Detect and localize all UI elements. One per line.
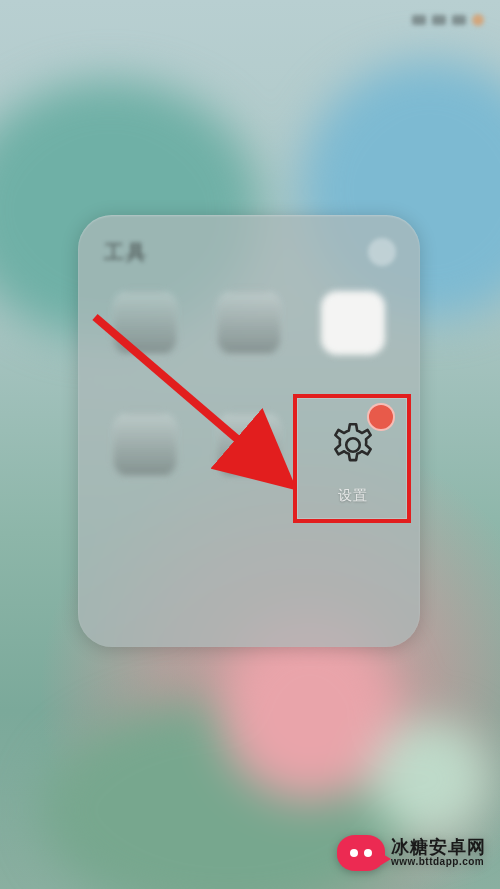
app-icon (113, 291, 177, 355)
app-item[interactable] (200, 413, 298, 531)
app-item-settings[interactable]: 设置 (304, 413, 402, 531)
app-folder[interactable]: 工具 (78, 215, 420, 647)
watermark-url: www.bttdapp.com (391, 857, 486, 868)
watermark-logo-icon (337, 835, 385, 871)
app-icon (217, 413, 281, 477)
wifi-icon (432, 15, 446, 25)
app-icon (217, 291, 281, 355)
status-dot-icon (472, 14, 484, 26)
phone-screen: 工具 (0, 0, 500, 889)
app-label: 设置 (338, 487, 368, 505)
app-icon (113, 413, 177, 477)
svg-point-0 (346, 438, 360, 452)
app-item[interactable] (96, 291, 194, 409)
app-icon (321, 291, 385, 355)
watermark-brand: 冰糖安卓网 (391, 838, 486, 857)
watermark-text: 冰糖安卓网 www.bttdapp.com (391, 838, 486, 867)
app-item[interactable] (200, 291, 298, 409)
signal-icon (412, 15, 426, 25)
status-right (412, 14, 484, 26)
status-bar (0, 0, 500, 40)
app-item[interactable] (304, 291, 402, 409)
battery-icon (452, 15, 466, 25)
gear-icon (321, 413, 385, 477)
folder-more-button[interactable] (368, 238, 396, 266)
app-item[interactable] (96, 413, 194, 531)
folder-grid: 设置 (96, 291, 402, 531)
notification-badge (367, 403, 395, 431)
folder-header: 工具 (96, 235, 402, 269)
watermark: 冰糖安卓网 www.bttdapp.com (337, 835, 486, 871)
folder-title: 工具 (104, 239, 148, 266)
